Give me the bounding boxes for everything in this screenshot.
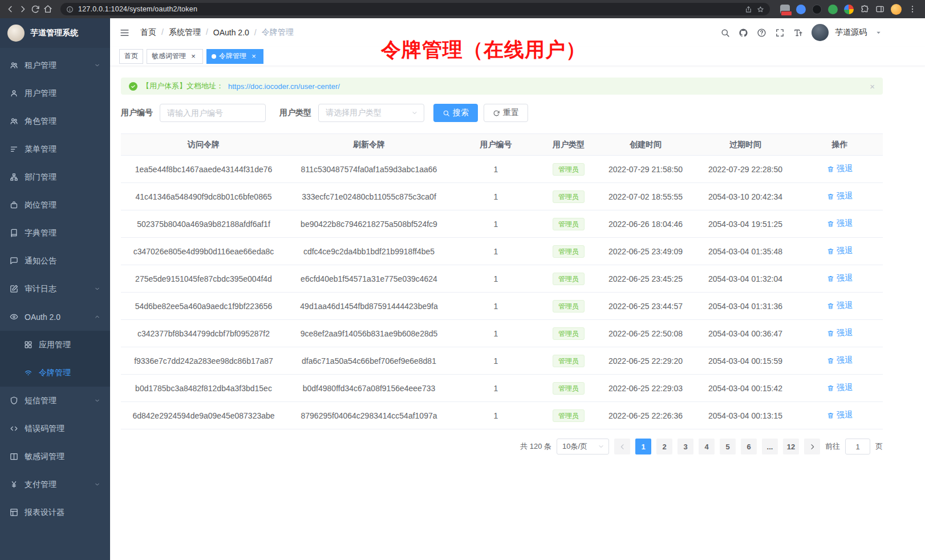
extension-icon[interactable] [828, 5, 838, 14]
search-button[interactable]: 搜索 [433, 104, 478, 122]
reset-button[interactable]: 重置 [484, 104, 528, 122]
force-logout-button[interactable]: 强退 [827, 246, 853, 256]
sidebar-item[interactable]: 敏感词管理 [0, 443, 110, 470]
share-icon[interactable] [745, 6, 752, 13]
extension-icon[interactable] [844, 5, 854, 14]
prev-page-button[interactable] [614, 439, 630, 455]
breadcrumb-item[interactable]: 令牌管理 [262, 27, 294, 38]
sidebar-item[interactable]: 岗位管理 [0, 191, 110, 219]
sidebar-item[interactable]: 错误码管理 [0, 415, 110, 443]
chevron-right-icon [809, 443, 816, 451]
tag-view[interactable]: 首页 [119, 49, 143, 64]
user-type-select[interactable]: 请选择用户类型 [318, 104, 424, 122]
font-size-icon[interactable] [793, 28, 803, 38]
user-id-input[interactable] [160, 104, 266, 122]
doc-link[interactable]: https://doc.iocoder.cn/user-center/ [228, 82, 340, 91]
page-button[interactable]: 4 [699, 439, 715, 455]
sidebar-item[interactable]: 租户管理 [0, 51, 110, 79]
sidebar-item[interactable]: 菜单管理 [0, 135, 110, 163]
user-avatar[interactable] [812, 24, 829, 41]
page-button[interactable]: ... [762, 439, 778, 455]
breadcrumb-item[interactable]: OAuth 2.0 [213, 28, 262, 37]
tag-view[interactable]: 敏感词管理 × [147, 49, 203, 64]
force-logout-button[interactable]: 强退 [827, 273, 853, 283]
address-bar[interactable]: 127.0.0.1:1024/system/oauth2/token [60, 3, 770, 15]
user-id-label: 用户编号 [121, 108, 153, 118]
force-logout-button[interactable]: 强退 [827, 410, 853, 420]
sidebar-item[interactable]: 通知公告 [0, 247, 110, 275]
refresh-token-cell: cdfc4ce9c2da4bb1bdf21b9918ff4be5 [286, 238, 452, 265]
tag-close-icon[interactable]: × [189, 52, 198, 61]
extension-icon[interactable] [780, 5, 790, 14]
expire-time-cell: 2054-03-04 19:51:25 [694, 210, 797, 238]
tag-view[interactable]: 令牌管理 × [206, 49, 263, 64]
sidebar-item[interactable]: 审计日志 [0, 275, 110, 303]
sidebar-item[interactable]: 短信管理 [0, 387, 110, 415]
user-id-cell: 1 [452, 210, 540, 238]
next-page-button[interactable] [804, 439, 820, 455]
page-button[interactable]: 12 [783, 439, 799, 455]
user-menu-caret-icon[interactable] [875, 30, 882, 36]
breadcrumb-item[interactable]: 系统管理 [169, 27, 213, 38]
goto-page-input[interactable] [845, 439, 870, 455]
help-icon[interactable] [757, 28, 766, 38]
sidebar-item[interactable]: 应用管理 [0, 331, 110, 359]
force-logout-button[interactable]: 强退 [827, 355, 853, 366]
force-logout-button[interactable]: 强退 [827, 191, 853, 201]
breadcrumb-item[interactable]: 首页 [140, 27, 169, 38]
table-row: b0d1785bc3a8482f812db4a3f3bd15ec b0df498… [121, 375, 883, 402]
sidebar-item[interactable]: 支付管理 [0, 470, 110, 498]
sidebar-item[interactable]: OAuth 2.0 [0, 303, 110, 331]
search-icon[interactable] [720, 28, 730, 38]
page-button[interactable]: 6 [741, 439, 757, 455]
side-panel-icon[interactable] [875, 5, 885, 14]
home-icon[interactable] [43, 5, 52, 14]
table-row: c347026e805e4d99b0d116eae66eda8c cdfc4ce… [121, 238, 883, 265]
force-logout-button[interactable]: 强退 [827, 164, 853, 174]
expire-time-cell: 2054-03-04 00:13:15 [694, 402, 797, 429]
total-count: 共 120 条 [520, 441, 551, 452]
sidebar-item[interactable]: 用户管理 [0, 79, 110, 107]
table-row: c342377bf8b344799dcbf7bf095287f2 9ce8ef2… [121, 320, 883, 347]
access-token-cell: f9336e7c7dd242a283ee98dc86b17a87 [121, 347, 286, 375]
browser-menu-icon[interactable] [908, 5, 917, 14]
extensions-menu-icon[interactable] [860, 5, 869, 14]
page-button[interactable]: 2 [656, 439, 672, 455]
sidebar-item-label: 错误码管理 [25, 424, 64, 434]
page-unit-label: 页 [875, 441, 883, 452]
page-size-select[interactable]: 10条/页 [557, 439, 609, 455]
browser-profile-avatar[interactable] [891, 4, 902, 15]
bookmark-star-icon[interactable] [757, 6, 764, 13]
created-time-cell: 2022-06-25 22:29:20 [597, 347, 694, 375]
force-logout-button[interactable]: 强退 [827, 218, 853, 229]
page-button[interactable]: 3 [677, 439, 693, 455]
user-name[interactable]: 芋道源码 [835, 27, 867, 38]
back-icon[interactable] [6, 5, 15, 14]
force-logout-button[interactable]: 强退 [827, 383, 853, 393]
app-logo[interactable]: 芋道管理系统 [0, 18, 110, 48]
extension-icon[interactable] [796, 5, 806, 14]
sidebar-item[interactable]: 字典管理 [0, 219, 110, 247]
page-button[interactable]: 1 [635, 439, 651, 455]
site-info-icon[interactable] [66, 6, 74, 13]
force-logout-button[interactable]: 强退 [827, 328, 853, 338]
url-text[interactable]: 127.0.0.1:1024/system/oauth2/token [78, 5, 740, 13]
access-token-cell: c347026e805e4d99b0d116eae66eda8c [121, 238, 286, 265]
sidebar-item[interactable]: 报表设计器 [0, 498, 110, 526]
extension-icon[interactable] [812, 5, 822, 14]
alert-close-icon[interactable]: × [870, 82, 875, 91]
refresh-token-cell: 49d1aa46d1454fbd87591444423be9fa [286, 293, 452, 320]
reload-icon[interactable] [31, 5, 40, 14]
sidebar-item[interactable]: 令牌管理 [0, 359, 110, 387]
github-icon[interactable] [739, 28, 748, 38]
sidebar-item[interactable]: 部门管理 [0, 163, 110, 191]
force-logout-button[interactable]: 强退 [827, 301, 853, 311]
user-id-cell: 1 [452, 347, 540, 375]
hamburger-icon[interactable] [119, 27, 130, 38]
trash-icon [827, 302, 834, 310]
page-button[interactable]: 5 [720, 439, 736, 455]
tag-close-icon[interactable]: × [249, 52, 258, 61]
sidebar-item[interactable]: 角色管理 [0, 107, 110, 135]
forward-icon[interactable] [18, 5, 27, 14]
fullscreen-icon[interactable] [775, 28, 785, 38]
